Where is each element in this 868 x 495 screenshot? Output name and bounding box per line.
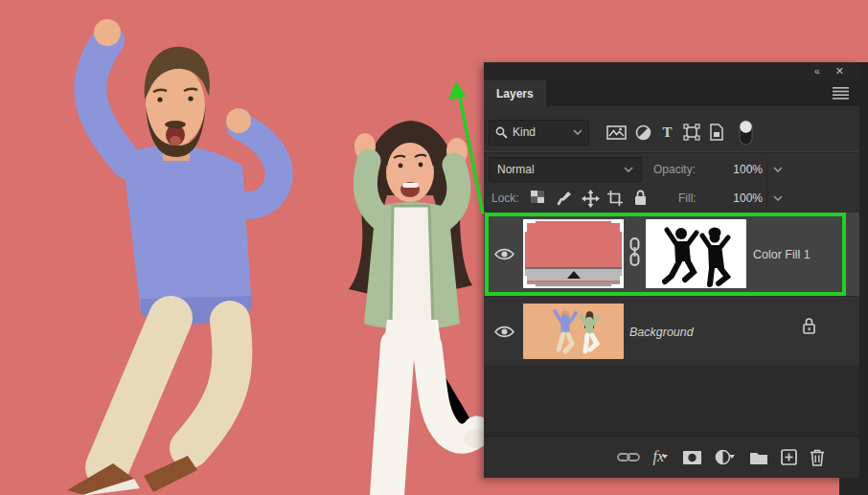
fx-menu-dot	[662, 455, 668, 459]
filter-row: Kind T	[484, 118, 859, 146]
fill-chevron-icon[interactable]	[766, 187, 788, 210]
tab-layers[interactable]: Layers	[484, 80, 546, 106]
filter-kind-dropdown[interactable]: Kind	[489, 120, 589, 146]
dock-edge	[859, 62, 868, 495]
blend-row: Normal Opacity: 100%	[484, 157, 859, 182]
color-fill-thumbnail[interactable]	[523, 219, 624, 288]
panel-divider	[484, 151, 859, 153]
adjustment-menu-dot	[729, 455, 735, 459]
new-layer-icon[interactable]	[781, 449, 797, 465]
filter-smart-objects-icon[interactable]	[709, 124, 724, 141]
layer-row-background[interactable]: Background	[484, 297, 859, 365]
lock-label: Lock:	[491, 191, 519, 205]
blend-mode-value: Normal	[497, 163, 624, 176]
dock-edge-corner	[839, 478, 868, 495]
layer-name[interactable]: Background	[629, 326, 694, 339]
search-icon	[495, 126, 508, 139]
delete-layer-icon[interactable]	[810, 449, 825, 466]
layer-lock-icon	[802, 317, 816, 334]
layers-panel: « ✕ Layers Kind	[484, 62, 859, 478]
link-layers-icon[interactable]	[617, 451, 640, 463]
opacity-chevron-icon[interactable]	[766, 158, 788, 181]
chevron-down-icon	[624, 167, 633, 172]
new-group-icon[interactable]	[749, 450, 768, 465]
new-adjustment-layer-button[interactable]	[715, 449, 737, 465]
panel-titlebar: « ✕	[484, 62, 859, 80]
lock-row: Lock: Fill: 100%	[484, 188, 859, 211]
mask-link-icon[interactable]	[628, 237, 641, 266]
lock-all-icon[interactable]	[633, 190, 648, 206]
close-panel-icon[interactable]: ✕	[835, 66, 844, 77]
layer-styles-button[interactable]: fx	[652, 449, 670, 466]
lock-pixels-icon[interactable]	[557, 190, 573, 206]
opacity-value[interactable]: 100%	[707, 158, 763, 181]
chevron-down-icon	[573, 129, 582, 135]
svg-text:T: T	[662, 124, 672, 140]
layer-mask-thumbnail[interactable]	[646, 219, 746, 288]
fill-value[interactable]: 100%	[707, 187, 763, 210]
panel-bottom-bar: fx	[484, 436, 859, 478]
fill-label: Fill:	[678, 191, 697, 205]
panel-tabbar: Layers	[484, 80, 859, 106]
lock-position-icon[interactable]	[582, 190, 600, 208]
layer-name[interactable]: Color Fill 1	[753, 248, 811, 261]
panel-menu-icon[interactable]	[833, 87, 849, 100]
blend-mode-dropdown[interactable]: Normal	[489, 157, 642, 182]
filter-toggle-switch[interactable]	[739, 120, 753, 146]
layer-row-color-fill[interactable]: Color Fill 1	[484, 213, 859, 296]
add-layer-mask-icon[interactable]	[682, 450, 702, 465]
filter-kind-label: Kind	[513, 125, 568, 139]
filter-type-layers-icon[interactable]: T	[660, 124, 674, 140]
lock-artboard-icon[interactable]	[606, 190, 624, 207]
background-thumbnail[interactable]	[523, 304, 624, 359]
opacity-label: Opacity:	[653, 163, 696, 176]
visibility-eye-icon[interactable]	[494, 325, 514, 339]
visibility-eye-icon[interactable]	[494, 247, 514, 261]
photoshop-workspace: « ✕ Layers Kind	[0, 0, 868, 495]
collapse-panel-icon[interactable]: «	[814, 66, 820, 77]
filter-adjustment-layers-icon[interactable]	[635, 124, 651, 141]
filter-pixel-layers-icon[interactable]	[606, 124, 627, 141]
filter-shape-layers-icon[interactable]	[683, 124, 700, 141]
layers-list: Color Fill 1	[484, 213, 859, 436]
lock-transparency-icon[interactable]	[530, 190, 545, 204]
